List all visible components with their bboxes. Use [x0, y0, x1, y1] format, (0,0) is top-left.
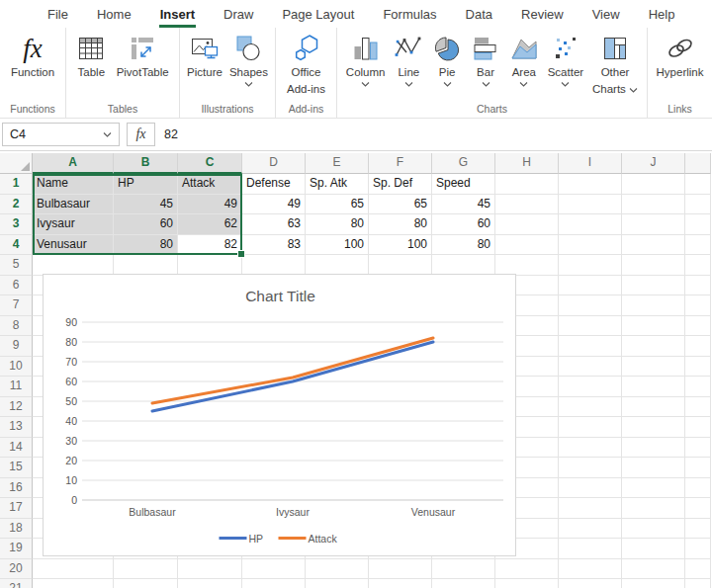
- ribbon-button-pivottable[interactable]: PivotTable: [117, 28, 169, 118]
- cell-D4[interactable]: 83: [242, 235, 306, 256]
- column-header-H[interactable]: H: [495, 153, 559, 174]
- cell-J7[interactable]: [622, 295, 685, 316]
- cell-C5[interactable]: [178, 255, 242, 276]
- cell-E2[interactable]: 65: [306, 195, 369, 215]
- chevron-down-icon[interactable]: [482, 82, 490, 88]
- column-header-D[interactable]: D: [242, 153, 306, 174]
- cell-A1[interactable]: Name: [33, 174, 114, 195]
- cell-J11[interactable]: [622, 377, 685, 397]
- column-header-E[interactable]: E: [306, 153, 369, 174]
- cell-I18[interactable]: [559, 519, 622, 540]
- cell-I12[interactable]: [559, 397, 622, 418]
- cell-K17[interactable]: [685, 498, 711, 519]
- row-header-18[interactable]: 18: [0, 519, 33, 540]
- cell-A21[interactable]: [33, 579, 114, 588]
- cell-I5[interactable]: [559, 255, 622, 276]
- chevron-down-icon[interactable]: [561, 82, 570, 88]
- chevron-down-icon[interactable]: [361, 82, 370, 88]
- cell-J13[interactable]: [622, 417, 685, 438]
- cell-K3[interactable]: [685, 214, 711, 235]
- cell-I16[interactable]: [559, 478, 622, 499]
- cell-K14[interactable]: [685, 438, 711, 459]
- cell-K15[interactable]: [685, 458, 711, 478]
- cell-I11[interactable]: [559, 377, 622, 397]
- cell-B1[interactable]: HP: [114, 174, 178, 195]
- ribbon-button-office-add-ins[interactable]: OfficeAdd-ins: [287, 28, 325, 118]
- cell-J20[interactable]: [622, 559, 685, 580]
- cell-A5[interactable]: [33, 255, 114, 276]
- tab-view[interactable]: View: [591, 2, 621, 28]
- cell-A20[interactable]: [33, 559, 114, 580]
- cell-G5[interactable]: [432, 255, 495, 276]
- cell-A2[interactable]: Bulbasaur: [33, 195, 114, 215]
- tab-home[interactable]: Home: [96, 2, 133, 28]
- chevron-down-icon[interactable]: [103, 132, 112, 137]
- row-header-3[interactable]: 3: [0, 214, 33, 235]
- cell-C20[interactable]: [178, 559, 242, 580]
- cell-B5[interactable]: [114, 255, 178, 276]
- tab-formulas[interactable]: Formulas: [382, 2, 437, 28]
- cell-F20[interactable]: [369, 559, 432, 580]
- cell-J2[interactable]: [622, 195, 685, 215]
- cell-D3[interactable]: 63: [242, 214, 306, 235]
- row-header-10[interactable]: 10: [0, 357, 33, 378]
- cell-H3[interactable]: [495, 214, 559, 235]
- row-header-13[interactable]: 13: [0, 417, 33, 438]
- cell-K20[interactable]: [685, 559, 711, 580]
- cell-J8[interactable]: [622, 316, 685, 337]
- ribbon-button-pie[interactable]: Pie: [432, 28, 462, 118]
- tab-data[interactable]: Data: [465, 2, 493, 28]
- cell-E1[interactable]: Sp. Atk: [306, 174, 369, 195]
- ribbon-button-scatter[interactable]: Scatter: [548, 28, 583, 118]
- cell-I9[interactable]: [559, 336, 622, 357]
- cell-J3[interactable]: [622, 214, 685, 235]
- cell-B4[interactable]: 80: [114, 235, 178, 256]
- ribbon-button-picture[interactable]: Picture: [187, 28, 222, 118]
- cell-K5[interactable]: [685, 255, 711, 276]
- cell-J15[interactable]: [622, 458, 685, 478]
- cell-F21[interactable]: [369, 579, 432, 588]
- cell-H5[interactable]: [495, 255, 559, 276]
- cell-F2[interactable]: 65: [369, 195, 432, 215]
- column-header-C[interactable]: C: [178, 153, 242, 174]
- cell-D1[interactable]: Defense: [242, 174, 306, 195]
- row-header-21[interactable]: 21: [0, 579, 33, 588]
- row-header-11[interactable]: 11: [0, 377, 33, 397]
- cell-B20[interactable]: [114, 559, 178, 580]
- cell-F4[interactable]: 100: [369, 235, 432, 256]
- cell-D20[interactable]: [242, 559, 306, 580]
- chevron-down-icon[interactable]: [443, 82, 452, 88]
- cell-C21[interactable]: [178, 579, 242, 588]
- column-header-F[interactable]: F: [369, 153, 432, 174]
- cell-J18[interactable]: [622, 519, 685, 540]
- cell-K13[interactable]: [685, 417, 711, 438]
- column-header-I[interactable]: I: [559, 153, 622, 174]
- ribbon-button-function[interactable]: fxFunction: [11, 28, 54, 118]
- column-header-A[interactable]: A: [33, 153, 114, 174]
- cell-J12[interactable]: [622, 397, 685, 418]
- cell-G20[interactable]: [432, 559, 495, 580]
- cell-H1[interactable]: [495, 174, 559, 195]
- ribbon-button-area[interactable]: Area: [509, 28, 539, 118]
- cell-J1[interactable]: [622, 174, 685, 195]
- ribbon-button-other-charts[interactable]: OtherCharts: [592, 28, 638, 118]
- insert-function-button[interactable]: fx: [127, 123, 155, 146]
- tab-file[interactable]: File: [46, 2, 69, 28]
- name-box[interactable]: C4: [2, 123, 120, 146]
- formula-input[interactable]: 82: [164, 123, 708, 146]
- row-header-19[interactable]: 19: [0, 539, 33, 559]
- cell-J6[interactable]: [622, 276, 685, 296]
- cell-E3[interactable]: 80: [306, 214, 369, 235]
- row-header-12[interactable]: 12: [0, 397, 33, 418]
- cell-G4[interactable]: 80: [432, 235, 495, 256]
- embedded-chart[interactable]: 0102030405060708090BulbasaurIvysaurVenus…: [43, 274, 516, 556]
- row-header-20[interactable]: 20: [0, 559, 33, 580]
- cell-K11[interactable]: [685, 377, 711, 397]
- cell-I8[interactable]: [559, 316, 622, 337]
- cell-F1[interactable]: Sp. Def: [369, 174, 432, 195]
- row-header-4[interactable]: 4: [0, 235, 33, 256]
- column-header-J[interactable]: J: [622, 153, 685, 174]
- cell-D21[interactable]: [242, 579, 306, 588]
- cell-C4[interactable]: 82: [178, 235, 242, 256]
- cell-I6[interactable]: [559, 276, 622, 296]
